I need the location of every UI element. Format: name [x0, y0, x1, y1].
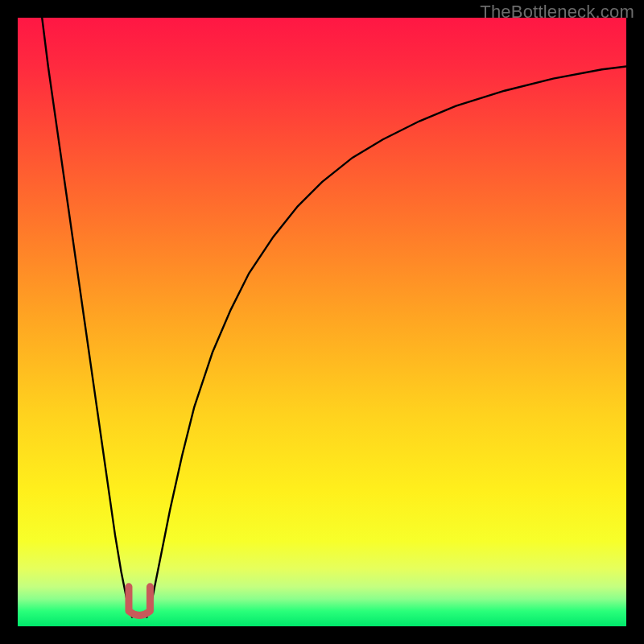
chart-frame: TheBottleneck.com — [0, 0, 644, 644]
watermark-text: TheBottleneck.com — [480, 2, 634, 23]
gradient-background — [18, 18, 626, 626]
bottleneck-chart — [18, 18, 626, 626]
